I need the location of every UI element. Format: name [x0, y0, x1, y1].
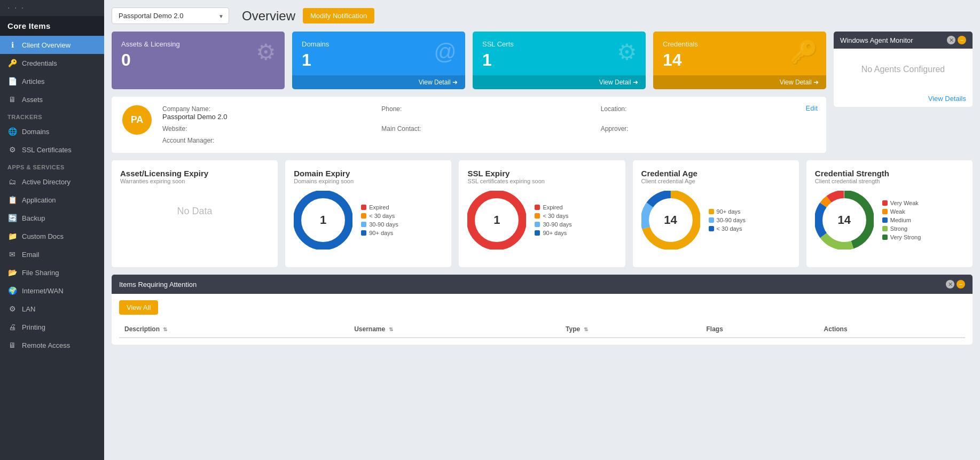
cred-age-legend: 90+ days 30-90 days < 30 days [709, 208, 746, 232]
cred-age-donut-chart: 14 [641, 191, 700, 250]
type-sort-icon: ⇅ [584, 326, 588, 332]
account-manager-field: Account Manager: [162, 137, 377, 144]
agent-monitor-minimize-button[interactable]: − [958, 36, 966, 44]
agent-monitor-body: No Agents Configured [834, 49, 973, 90]
sidebar-item-assets[interactable]: 🖥 Assets [0, 90, 104, 108]
location-label: Location: [601, 105, 816, 113]
avatar: PA [122, 105, 152, 135]
top-bar: Passportal Demo 2.0 Overview Modify Noti… [112, 7, 973, 24]
chart-asset-subtitle: Warranties expiring soon [120, 178, 269, 184]
location-field: Location: [601, 105, 816, 121]
col-flags[interactable]: Flags [701, 321, 819, 338]
stat-card-assets: Assets & Licensing 0 ⚙ [112, 32, 285, 89]
col-description[interactable]: Description ⇅ [119, 321, 349, 338]
sidebar-item-label: Credentials [22, 59, 57, 67]
chart-cred-strength-title: Credential Strength [815, 169, 964, 178]
company-name-field: Company Name: Passportal Demo 2.0 [162, 105, 377, 121]
sidebar-item-email[interactable]: ✉ Email [0, 245, 104, 263]
attention-table: Description ⇅ Username ⇅ Type ⇅ Flags [119, 321, 965, 338]
stat-label-ssl: SSL Certs [482, 40, 636, 48]
sidebar-item-label: Internet/WAN [22, 287, 64, 295]
sidebar-item-client-overview[interactable]: ℹ Client Overview [0, 36, 104, 54]
chart-ssl-title: SSL Expiry [467, 169, 616, 178]
agent-monitor-header: Windows Agent Monitor ✕ − [834, 32, 973, 49]
website-field: Website: [162, 125, 377, 132]
cred-strength-donut-value: 14 [838, 213, 851, 227]
page-title: Overview [242, 9, 295, 24]
description-sort-icon: ⇅ [163, 326, 167, 332]
attention-panel: Items Requiring Attention ✕ − View All D… [112, 275, 973, 345]
chart-domain-subtitle: Domains expiring soon [294, 178, 443, 184]
client-select-wrapper[interactable]: Passportal Demo 2.0 [112, 7, 229, 24]
sidebar-item-label: LAN [22, 305, 35, 313]
ssl-donut-chart: 1 [467, 191, 526, 250]
sidebar-item-custom-docs[interactable]: 📁 Custom Docs [0, 227, 104, 245]
approver-field: Approver: [601, 125, 816, 132]
attention-minimize-button[interactable]: − [957, 280, 965, 289]
chart-asset-expiry: Asset/Licensing Expiry Warranties expiri… [112, 160, 278, 267]
folder-icon: 🗂 [7, 177, 17, 186]
main-left: Assets & Licensing 0 ⚙ Domains 1 @ View … [112, 32, 826, 153]
chart-asset-no-data: No Data [120, 206, 269, 217]
sidebar-dots: · · · [0, 0, 104, 16]
fileshare-icon: 📂 [7, 268, 17, 277]
attention-title: Items Requiring Attention [119, 280, 197, 289]
chart-cred-age-title: Credential Age [641, 169, 790, 178]
sidebar-item-application[interactable]: 📋 Application [0, 191, 104, 209]
ssl-donut-value: 1 [493, 213, 500, 227]
sidebar-item-file-sharing[interactable]: 📂 File Sharing [0, 263, 104, 282]
sidebar-item-credentials[interactable]: 🔑 Credentials [0, 54, 104, 72]
username-sort-icon: ⇅ [389, 326, 393, 332]
sidebar-item-active-directory[interactable]: 🗂 Active Directory [0, 173, 104, 191]
attention-close-button[interactable]: ✕ [946, 280, 954, 289]
main-right: Windows Agent Monitor ✕ − No Agents Conf… [834, 32, 973, 153]
view-details-link[interactable]: View Details [928, 95, 966, 103]
sidebar-item-ssl-certs[interactable]: ⚙ SSL Certificates [0, 141, 104, 159]
ssl-view-detail[interactable]: View Detail ➜ [473, 75, 646, 89]
monitor-icon: 🖥 [7, 95, 17, 104]
trackers-section-header: Trackers [0, 108, 104, 122]
chart-ssl-expiry: SSL Expiry SSL certificates expiring soo… [459, 160, 625, 267]
account-manager-label: Account Manager: [162, 137, 377, 144]
sidebar-item-lan[interactable]: ⚙ LAN [0, 300, 104, 318]
sidebar-item-printing[interactable]: 🖨 Printing [0, 318, 104, 336]
chart-asset-title: Asset/Licensing Expiry [120, 169, 269, 178]
email-icon: ✉ [7, 250, 17, 259]
sidebar-item-label: Application [22, 196, 56, 204]
stat-label-assets: Assets & Licensing [121, 40, 275, 48]
chart-cred-strength-subtitle: Client credential strength [815, 178, 964, 184]
sidebar-item-articles[interactable]: 📄 Articles [0, 72, 104, 90]
chart-cred-age-subtitle: Client credential Age [641, 178, 790, 184]
stats-area: Assets & Licensing 0 ⚙ Domains 1 @ View … [112, 32, 973, 153]
client-select[interactable]: Passportal Demo 2.0 [112, 7, 229, 24]
backup-icon: 🔄 [7, 214, 17, 222]
col-type[interactable]: Type ⇅ [560, 321, 701, 338]
domains-view-detail[interactable]: View Detail ➜ [292, 75, 465, 89]
main-content: Passportal Demo 2.0 Overview Modify Noti… [104, 0, 980, 460]
sidebar-item-remote-access[interactable]: 🖥 Remote Access [0, 336, 104, 354]
sidebar-item-backup[interactable]: 🔄 Backup [0, 209, 104, 227]
modify-notification-button[interactable]: Modify Notification [303, 8, 374, 24]
sidebar-header: Core Items [0, 16, 104, 36]
sidebar-item-label: Email [22, 251, 40, 259]
agent-monitor-close-button[interactable]: ✕ [947, 36, 955, 44]
creds-view-detail[interactable]: View Detail ➜ [653, 75, 826, 89]
view-all-button[interactable]: View All [119, 300, 158, 315]
legend-90plus: 90+ days [369, 230, 393, 236]
info-icon: ℹ [7, 41, 17, 49]
cred-strength-donut-chart: 14 [815, 191, 874, 250]
domain-donut-chart: 1 [294, 191, 352, 250]
assets-card-icon: ⚙ [256, 39, 276, 65]
domains-card-icon: @ [434, 39, 457, 65]
main-contact-field: Main Contact: [381, 125, 596, 132]
globe-icon: 🌐 [7, 127, 17, 136]
chart-domain-expiry: Domain Expiry Domains expiring soon 1 Ex… [285, 160, 451, 267]
sidebar-item-internet-wan[interactable]: 🌍 Internet/WAN [0, 282, 104, 300]
phone-label: Phone: [381, 105, 596, 113]
sidebar-item-domains[interactable]: 🌐 Domains [0, 122, 104, 141]
col-username[interactable]: Username ⇅ [349, 321, 560, 338]
chart-cred-strength: Credential Strength Client credential st… [806, 160, 973, 267]
apps-section-header: Apps & Services [0, 159, 104, 173]
edit-link[interactable]: Edit [806, 104, 818, 112]
attention-body: View All Description ⇅ Username ⇅ Type [112, 294, 973, 345]
